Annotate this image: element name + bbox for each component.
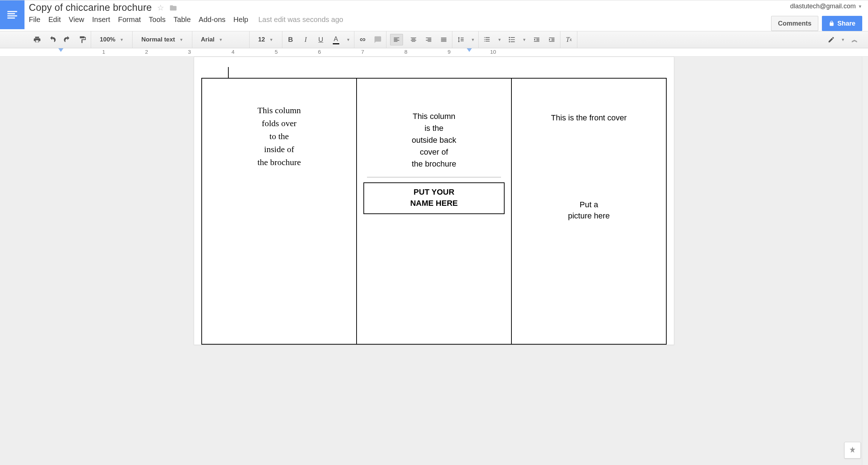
bulleted-list-button[interactable] (507, 34, 516, 45)
toolbar: 100%▼ Normal text▼ Arial▼ 12▼ B I U A ▼ (0, 31, 868, 48)
zoom-select[interactable]: 100%▼ (95, 34, 129, 45)
align-center-button[interactable] (409, 34, 418, 45)
docs-logo[interactable] (0, 0, 24, 29)
decrease-indent-button[interactable] (532, 34, 541, 45)
name-placeholder-box[interactable]: PUT YOURNAME HERE (363, 182, 505, 214)
ruler-tick: 10 (490, 49, 496, 55)
brochure-table[interactable]: This columnfolds overto theinside ofthe … (201, 78, 667, 345)
menu-table[interactable]: Table (174, 15, 191, 24)
comments-button[interactable]: Comments (771, 16, 818, 31)
zoom-value: 100% (100, 36, 115, 43)
ruler-tick: 4 (232, 49, 234, 55)
font-size-select[interactable]: 12▼ (253, 34, 278, 45)
menu-tools[interactable]: Tools (149, 15, 166, 24)
ruler-tick: 6 (318, 49, 321, 55)
brochure-col-1[interactable]: This columnfolds overto theinside ofthe … (202, 78, 357, 344)
line-spacing-button[interactable] (456, 34, 465, 45)
account-menu[interactable]: dlastutech@gmail.com ▼ (790, 3, 862, 10)
menu-help[interactable]: Help (233, 15, 248, 24)
ruler-tick: 7 (361, 49, 364, 55)
share-button[interactable]: Share (822, 16, 862, 31)
folder-icon[interactable] (169, 4, 177, 12)
menu-format[interactable]: Format (118, 15, 141, 24)
align-right-button[interactable] (424, 34, 433, 45)
user-email: dlastutech@gmail.com (790, 3, 856, 10)
last-edit-status: Last edit was seconds ago (258, 15, 343, 24)
italic-button[interactable]: I (301, 34, 310, 45)
align-justify-button[interactable] (439, 34, 448, 45)
svg-point-2 (509, 41, 510, 42)
redo-button[interactable] (63, 34, 72, 45)
brochure-col-2[interactable]: This columnis theoutside backcover ofthe… (357, 78, 511, 344)
svg-point-0 (509, 37, 510, 38)
col2-top-text: This columnis theoutside backcover ofthe… (363, 110, 505, 170)
document-title[interactable]: Copy of chiccarine brochure (29, 2, 152, 13)
indent-marker-left[interactable] (58, 48, 63, 52)
chevron-down-icon[interactable]: ▼ (346, 37, 350, 42)
ruler-tick: 5 (275, 49, 278, 55)
chevron-down-icon[interactable]: ▼ (522, 37, 526, 42)
font-select[interactable]: Arial▼ (196, 34, 246, 45)
ruler-tick: 1 (102, 49, 105, 55)
page[interactable]: This columnfolds overto theinside ofthe … (194, 57, 674, 345)
menu-edit[interactable]: Edit (48, 15, 61, 24)
bold-button[interactable]: B (286, 34, 295, 45)
chevron-down-icon[interactable]: ▼ (471, 37, 475, 42)
collapse-toolbar-button[interactable]: ︽ (850, 34, 859, 45)
menu-view[interactable]: View (69, 15, 84, 24)
print-button[interactable] (32, 34, 42, 45)
align-left-button[interactable] (390, 34, 403, 45)
paragraph-style-select[interactable]: Normal text▼ (136, 34, 188, 45)
ruler-tick: 2 (145, 49, 148, 55)
increase-indent-button[interactable] (547, 34, 556, 45)
font-value: Arial (201, 36, 215, 43)
font-size-value: 12 (258, 36, 265, 43)
indent-marker-right[interactable] (467, 48, 472, 52)
insert-link-button[interactable] (358, 34, 367, 45)
chevron-down-icon: ▼ (219, 37, 223, 42)
lock-icon (829, 21, 835, 26)
text-color-button[interactable]: A (331, 34, 341, 45)
numbered-list-button[interactable] (482, 34, 492, 45)
paragraph-style-value: Normal text (141, 36, 175, 43)
vertical-scrollbar[interactable] (862, 57, 868, 465)
col1-text: This columnfolds overto theinside ofthe … (234, 104, 324, 169)
menu-file[interactable]: File (29, 15, 40, 24)
brochure-col-3[interactable]: This is the front cover Put apicture her… (511, 78, 666, 344)
svg-point-1 (509, 39, 510, 40)
star-icon[interactable]: ☆ (157, 3, 164, 13)
text-cursor (228, 67, 229, 78)
chevron-down-icon: ▼ (179, 37, 183, 42)
chevron-down-icon: ▼ (269, 37, 273, 42)
clear-formatting-button[interactable]: Tx (564, 34, 573, 45)
document-canvas[interactable]: This columnfolds overto theinside ofthe … (0, 57, 868, 465)
ruler-tick: 9 (448, 49, 451, 55)
chevron-down-icon: ▼ (120, 37, 124, 42)
insert-comment-button[interactable] (373, 34, 382, 45)
menu-insert[interactable]: Insert (92, 15, 110, 24)
ruler-tick: 8 (404, 49, 407, 55)
menu-bar: File Edit View Insert Format Tools Table… (29, 15, 768, 24)
comments-label: Comments (778, 20, 811, 27)
paint-format-button[interactable] (78, 34, 87, 45)
menu-addons[interactable]: Add-ons (199, 15, 226, 24)
col3-top-text: This is the front cover (518, 112, 660, 124)
chevron-down-icon[interactable]: ▼ (497, 37, 501, 42)
horizontal-ruler[interactable]: 1 2 3 4 5 6 7 8 9 10 (0, 48, 868, 57)
share-label: Share (837, 20, 855, 27)
ruler-tick: 3 (188, 49, 191, 55)
chevron-down-icon[interactable]: ▼ (841, 37, 845, 42)
editing-mode-button[interactable] (827, 34, 836, 45)
underline-button[interactable]: U (316, 34, 326, 45)
chevron-down-icon: ▼ (858, 4, 862, 9)
divider-line (367, 177, 501, 177)
undo-button[interactable] (48, 34, 57, 45)
explore-button[interactable] (844, 442, 861, 459)
picture-placeholder: Put apicture here (518, 199, 660, 222)
